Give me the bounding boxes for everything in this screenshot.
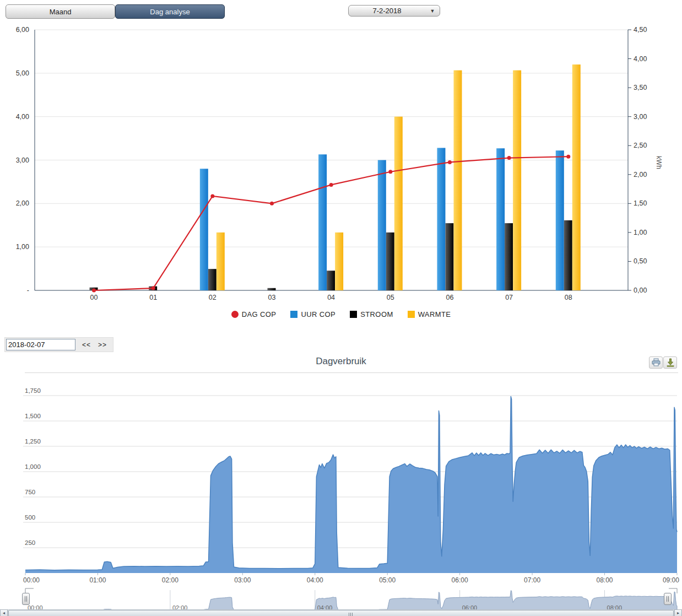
svg-text:04:00: 04:00 [307,576,323,584]
navigator: 00:0002:0004:0006:0008:00 [25,588,677,612]
legend-label: DAG COP [242,310,277,318]
svg-text:0,50: 0,50 [634,257,647,265]
svg-text:kWh: kWh [655,156,663,169]
top-chart-legend: DAG COPUUR COPSTROOMWARMTE [0,310,682,318]
svg-text:08:00: 08:00 [597,576,613,584]
svg-text:1,250: 1,250 [25,438,41,445]
svg-text:1,00: 1,00 [16,243,29,251]
svg-text:03: 03 [268,294,276,301]
svg-text:5,00: 5,00 [16,69,29,77]
date-input[interactable] [6,339,75,350]
legend-item-uur-cop[interactable]: UUR COP [290,310,335,318]
svg-text:3,50: 3,50 [634,84,647,91]
svg-text:01:00: 01:00 [89,576,106,584]
svg-text:4,00: 4,00 [634,55,647,63]
legend-label: WARMTE [418,310,451,318]
navigator-right-handle[interactable] [664,593,672,605]
print-button[interactable] [649,356,663,369]
svg-text:1,000: 1,000 [25,463,41,470]
svg-text:4,50: 4,50 [634,26,647,34]
legend-item-warmte[interactable]: WARMTE [408,310,451,318]
tab-label: Maand [50,8,72,16]
legend-item-dag-cop[interactable]: DAG COP [231,310,277,318]
svg-text:06:00: 06:00 [452,576,468,584]
svg-text:09:00: 09:00 [663,576,679,584]
svg-text:2,50: 2,50 [634,142,647,149]
svg-text:1,500: 1,500 [25,413,41,419]
svg-text:500: 500 [25,514,35,521]
svg-text:07: 07 [505,294,513,301]
circle-marker-icon [231,311,239,318]
svg-text:-: - [27,287,29,294]
prev-day-button[interactable]: << [82,341,91,349]
download-button[interactable] [663,356,677,369]
scroll-right-arrow-icon[interactable]: ▸ [674,609,682,616]
horizontal-scrollbar[interactable]: ◂ ▸ [0,609,682,616]
svg-text:1,50: 1,50 [634,199,647,207]
svg-text:08: 08 [565,294,572,301]
square-marker-icon [408,311,415,318]
svg-text:06: 06 [446,294,454,301]
svg-text:01: 01 [149,294,157,301]
svg-text:6,00: 6,00 [16,26,29,34]
svg-text:05: 05 [387,294,394,301]
svg-text:03:00: 03:00 [234,576,251,584]
legend-item-stroom[interactable]: STROOM [350,310,393,318]
svg-text:1,750: 1,750 [25,387,41,394]
svg-text:2,00: 2,00 [634,171,647,179]
svg-text:04: 04 [327,294,335,301]
svg-text:2,00: 2,00 [16,199,29,207]
svg-text:0,00: 0,00 [634,287,647,294]
day-usage-chart: 1,7501,5001,2501,00075050025000:0001:000… [23,387,679,584]
svg-text:750: 750 [25,489,35,495]
navigator-left-handle[interactable] [22,593,30,605]
top-chart: 6,005,004,003,002,001,00-4,504,003,503,0… [16,26,663,301]
svg-text:4,00: 4,00 [16,113,29,121]
download-icon [666,358,675,367]
scrollbar-grip-icon [349,613,353,616]
date-dropdown-value: 7-2-2018 [349,7,425,15]
svg-text:3,00: 3,00 [16,156,29,164]
svg-text:1,00: 1,00 [634,229,647,236]
printer-icon [651,358,661,367]
legend-label: STROOM [360,310,393,318]
scroll-left-arrow-icon[interactable]: ◂ [0,609,8,616]
charts-canvas: 6,005,004,003,002,001,00-4,504,003,503,0… [0,0,682,616]
svg-text:00: 00 [90,294,98,301]
tab-label: Dag analyse [150,8,190,16]
svg-text:07:00: 07:00 [524,576,540,584]
svg-text:00:00: 00:00 [23,576,40,584]
next-day-button[interactable]: >> [98,341,107,349]
legend-label: UUR COP [301,310,335,318]
svg-text:3,00: 3,00 [634,113,647,121]
svg-text:02:00: 02:00 [162,576,178,584]
square-marker-icon [290,311,297,318]
date-nav-bar: << >> [4,337,113,352]
svg-text:250: 250 [25,539,35,546]
date-dropdown[interactable]: 7-2-2018 ▼ [348,5,440,17]
svg-text:02: 02 [209,294,216,301]
page-title: Dagverbruik [0,356,682,367]
square-marker-icon [350,311,357,318]
tab-maand[interactable]: Maand [6,4,115,19]
chevron-down-icon: ▼ [425,8,440,14]
scrollbar-thumb[interactable] [8,610,674,616]
svg-text:05:00: 05:00 [379,576,396,584]
tab-dag-analyse[interactable]: Dag analyse [115,4,225,19]
